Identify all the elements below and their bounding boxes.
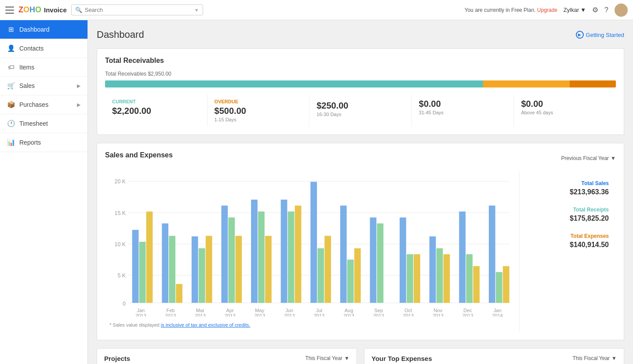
top-expenses-card-header: Your Top Expenses This Fiscal Year ▼ xyxy=(364,349,624,364)
svg-rect-50 xyxy=(503,266,509,303)
legend-total-expenses: Total Expenses $140,914.50 xyxy=(527,233,609,249)
svg-rect-23 xyxy=(235,236,242,302)
receivables-title: Total Receivables xyxy=(105,57,616,65)
sidebar-item-contacts[interactable]: 👤 Contacts xyxy=(0,39,87,58)
sidebar-label-contacts: Contacts xyxy=(19,45,44,52)
svg-text:5 K: 5 K xyxy=(117,273,126,279)
svg-rect-16 xyxy=(169,236,175,302)
help-icon[interactable]: ? xyxy=(604,6,608,14)
topnav-right: You are currently in Free Plan. Upgrade … xyxy=(465,4,628,17)
svg-rect-27 xyxy=(281,200,287,303)
chart-note-link[interactable]: is inclusive of tax and exclusive of cre… xyxy=(161,322,251,328)
sidebar-item-reports[interactable]: 📊 Reports xyxy=(0,133,87,152)
purchases-icon: 📦 xyxy=(7,101,15,109)
breakdown-amount-1630: $250.00 xyxy=(316,101,404,111)
sidebar-item-sales[interactable]: 🛒 Sales ▶ xyxy=(0,76,87,95)
getting-started-button[interactable]: ▶ Getting Started xyxy=(576,31,624,39)
svg-rect-31 xyxy=(317,248,324,303)
svg-rect-42 xyxy=(429,237,436,303)
bar-overdue2 xyxy=(570,80,616,87)
svg-rect-45 xyxy=(459,211,466,303)
svg-rect-17 xyxy=(176,284,182,303)
svg-rect-39 xyxy=(400,218,406,303)
search-box[interactable]: 🔍 ▼ xyxy=(71,4,203,15)
svg-text:2013: 2013 xyxy=(165,313,176,317)
svg-rect-48 xyxy=(489,206,495,303)
sidebar-item-items[interactable]: 🏷 Items xyxy=(0,58,87,76)
receivables-breakdown: CURRENT $2,200.00 OVERDUE $500.00 1-15 D… xyxy=(105,95,616,127)
sidebar-item-purchases[interactable]: 📦 Purchases ▶ xyxy=(0,95,87,114)
breakdown-3145: $0.00 31-45 Days xyxy=(412,95,514,127)
breakdown-above45: $0.00 Above 45 days xyxy=(514,95,616,127)
sales-expenses-title: Sales and Expenses xyxy=(105,151,173,159)
reports-icon: 📊 xyxy=(7,138,15,146)
svg-text:2013: 2013 xyxy=(343,313,354,317)
svg-rect-32 xyxy=(324,236,331,302)
chart-legend: Total Sales $213,963.36 Total Receipts $… xyxy=(519,171,616,332)
search-input[interactable] xyxy=(85,7,192,13)
chart-area: 20 K 15 K 10 K 5 K 0 xyxy=(105,171,519,332)
svg-rect-19 xyxy=(199,248,205,303)
breakdown-days-overdue: 1-15 Days xyxy=(215,117,302,122)
breakdown-amount-overdue: $500.00 xyxy=(215,106,302,116)
svg-rect-26 xyxy=(265,236,272,302)
svg-text:Jun: Jun xyxy=(285,308,293,313)
svg-rect-12 xyxy=(132,230,139,303)
items-icon: 🏷 xyxy=(7,63,15,71)
sidebar-label-reports: Reports xyxy=(19,139,41,146)
svg-text:2013: 2013 xyxy=(254,313,265,317)
legend-label-sales: Total Sales xyxy=(527,180,609,186)
svg-text:Feb: Feb xyxy=(166,308,175,313)
svg-text:2013: 2013 xyxy=(462,313,473,317)
svg-text:2014: 2014 xyxy=(492,313,503,317)
settings-icon[interactable]: ⚙ xyxy=(592,6,598,14)
svg-rect-14 xyxy=(146,211,153,303)
svg-text:2013: 2013 xyxy=(284,313,295,317)
svg-rect-35 xyxy=(354,248,361,303)
contacts-icon: 👤 xyxy=(7,44,15,52)
chart-container: 20 K 15 K 10 K 5 K 0 xyxy=(105,171,616,332)
purchases-expand-icon: ▶ xyxy=(77,102,80,108)
content-area: Dashboard ▶ Getting Started Total Receiv… xyxy=(88,20,633,364)
chart-note: * Sales value displayed is inclusive of … xyxy=(109,322,515,328)
svg-rect-44 xyxy=(444,254,450,303)
search-dropdown-icon[interactable]: ▼ xyxy=(194,7,199,13)
sales-expand-icon: ▶ xyxy=(77,83,80,89)
search-icon: 🔍 xyxy=(75,7,82,13)
svg-rect-20 xyxy=(206,236,212,302)
svg-text:10 K: 10 K xyxy=(115,241,126,248)
svg-text:0: 0 xyxy=(123,301,126,307)
sidebar-label-items: Items xyxy=(19,64,34,71)
sales-expenses-card: Sales and Expenses Previous Fiscal Year … xyxy=(97,143,624,340)
svg-text:Aug: Aug xyxy=(345,308,353,313)
user-menu[interactable]: Zylkar ▼ xyxy=(564,7,586,13)
projects-title: Projects xyxy=(104,355,130,362)
svg-rect-30 xyxy=(310,182,317,303)
svg-rect-46 xyxy=(466,254,473,303)
projects-period-selector[interactable]: This Fiscal Year ▼ xyxy=(305,355,349,361)
legend-label-receipts: Total Receipts xyxy=(527,207,609,213)
svg-text:2013: 2013 xyxy=(195,313,206,317)
svg-text:Jul: Jul xyxy=(316,308,322,313)
top-expenses-period-selector[interactable]: This Fiscal Year ▼ xyxy=(572,355,617,361)
sidebar-item-timesheet[interactable]: 🕐 Timesheet xyxy=(0,114,87,133)
svg-point-0 xyxy=(618,6,624,11)
breakdown-overdue: OVERDUE $500.00 1-15 Days xyxy=(207,95,310,127)
breakdown-current: CURRENT $2,200.00 xyxy=(105,95,207,127)
sidebar-label-purchases: Purchases xyxy=(19,101,48,108)
legend-total-sales: Total Sales $213,963.36 xyxy=(527,180,609,196)
main-layout: ⊞ Dashboard 👤 Contacts 🏷 Items 🛒 Sales ▶… xyxy=(0,20,633,364)
sidebar: ⊞ Dashboard 👤 Contacts 🏷 Items 🛒 Sales ▶… xyxy=(0,20,88,364)
projects-card: Projects This Fiscal Year ▼ ⏱ 10:00 💲 $0… xyxy=(97,348,357,364)
svg-text:2013: 2013 xyxy=(314,313,325,317)
svg-text:2013: 2013 xyxy=(225,313,236,317)
sidebar-item-dashboard[interactable]: ⊞ Dashboard xyxy=(0,20,87,39)
period-selector[interactable]: Previous Fiscal Year ▼ xyxy=(561,155,616,161)
svg-rect-22 xyxy=(228,218,235,303)
avatar[interactable] xyxy=(615,4,628,17)
upgrade-link[interactable]: Upgrade xyxy=(537,7,557,13)
hamburger-menu[interactable] xyxy=(5,7,14,14)
page-header: Dashboard ▶ Getting Started xyxy=(97,29,624,40)
svg-text:20 K: 20 K xyxy=(115,178,126,185)
svg-rect-40 xyxy=(407,254,413,303)
